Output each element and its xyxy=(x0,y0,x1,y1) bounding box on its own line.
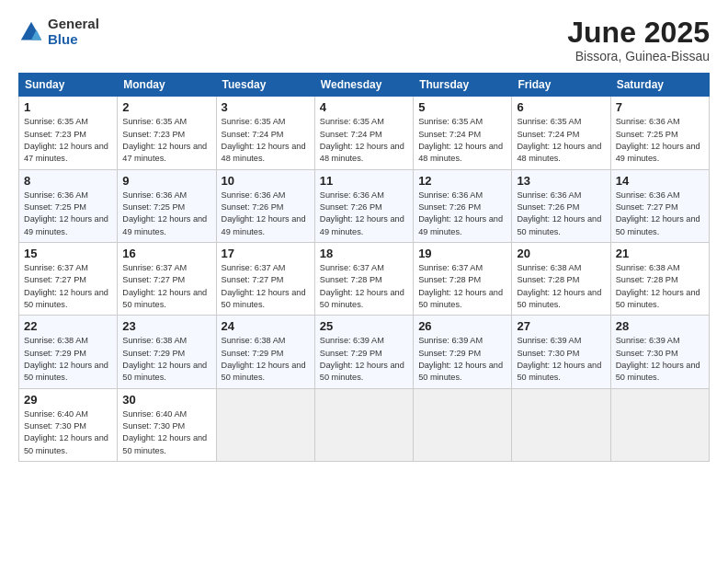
day-number: 5 xyxy=(418,100,506,114)
table-cell: 10 Sunrise: 6:36 AMSunset: 7:26 PMDaylig… xyxy=(216,169,314,242)
table-cell: 20 Sunrise: 6:38 AMSunset: 7:28 PMDaylig… xyxy=(512,242,610,315)
day-info: Sunrise: 6:36 AMSunset: 7:25 PMDaylight:… xyxy=(122,190,207,236)
header-saturday: Saturday xyxy=(610,74,709,97)
table-cell xyxy=(512,388,610,461)
day-info: Sunrise: 6:36 AMSunset: 7:26 PMDaylight:… xyxy=(222,190,306,236)
header-friday: Friday xyxy=(512,74,610,97)
day-info: Sunrise: 6:37 AMSunset: 7:28 PMDaylight:… xyxy=(418,263,503,309)
day-number: 20 xyxy=(517,247,605,260)
day-number: 13 xyxy=(517,174,605,188)
day-number: 25 xyxy=(320,319,408,333)
day-info: Sunrise: 6:39 AMSunset: 7:29 PMDaylight:… xyxy=(418,336,503,382)
table-cell: 17 Sunrise: 6:37 AMSunset: 7:27 PMDaylig… xyxy=(216,242,314,315)
day-info: Sunrise: 6:39 AMSunset: 7:30 PMDaylight:… xyxy=(616,336,700,382)
day-info: Sunrise: 6:38 AMSunset: 7:28 PMDaylight:… xyxy=(517,263,601,309)
table-cell: 6 Sunrise: 6:35 AMSunset: 7:24 PMDayligh… xyxy=(512,97,610,169)
logo-icon xyxy=(18,19,44,45)
day-info: Sunrise: 6:37 AMSunset: 7:27 PMDaylight:… xyxy=(24,263,108,309)
header-row: Sunday Monday Tuesday Wednesday Thursday… xyxy=(19,74,710,97)
day-info: Sunrise: 6:38 AMSunset: 7:29 PMDaylight:… xyxy=(24,336,108,382)
day-info: Sunrise: 6:35 AMSunset: 7:24 PMDaylight:… xyxy=(418,117,503,163)
table-row: 1 Sunrise: 6:35 AMSunset: 7:23 PMDayligh… xyxy=(19,97,710,169)
table-cell: 13 Sunrise: 6:36 AMSunset: 7:26 PMDaylig… xyxy=(512,169,610,242)
logo: General Blue xyxy=(18,17,99,47)
day-info: Sunrise: 6:36 AMSunset: 7:25 PMDaylight:… xyxy=(24,190,108,236)
header: General Blue June 2025 Bissora, Guinea-B… xyxy=(18,17,710,63)
logo-blue-text: Blue xyxy=(48,32,99,48)
day-number: 27 xyxy=(517,319,605,333)
day-number: 15 xyxy=(24,247,112,260)
table-cell: 22 Sunrise: 6:38 AMSunset: 7:29 PMDaylig… xyxy=(19,316,118,388)
day-info: Sunrise: 6:37 AMSunset: 7:27 PMDaylight:… xyxy=(222,263,306,309)
header-wednesday: Wednesday xyxy=(314,74,413,97)
day-number: 7 xyxy=(616,100,704,114)
day-info: Sunrise: 6:36 AMSunset: 7:26 PMDaylight:… xyxy=(418,190,503,236)
day-number: 17 xyxy=(222,247,310,260)
day-info: Sunrise: 6:39 AMSunset: 7:30 PMDaylight:… xyxy=(517,336,601,382)
day-info: Sunrise: 6:38 AMSunset: 7:29 PMDaylight:… xyxy=(222,336,306,382)
table-cell: 24 Sunrise: 6:38 AMSunset: 7:29 PMDaylig… xyxy=(216,316,314,388)
day-info: Sunrise: 6:39 AMSunset: 7:29 PMDaylight:… xyxy=(320,336,404,382)
calendar-table: Sunday Monday Tuesday Wednesday Thursday… xyxy=(18,73,710,462)
day-number: 19 xyxy=(418,247,506,260)
day-number: 6 xyxy=(517,100,605,114)
page: General Blue June 2025 Bissora, Guinea-B… xyxy=(0,0,728,563)
day-number: 9 xyxy=(122,174,210,188)
table-cell xyxy=(314,388,413,461)
day-info: Sunrise: 6:37 AMSunset: 7:28 PMDaylight:… xyxy=(320,263,404,309)
day-number: 24 xyxy=(222,319,310,333)
day-number: 2 xyxy=(122,100,210,114)
day-number: 29 xyxy=(24,393,112,407)
day-info: Sunrise: 6:36 AMSunset: 7:27 PMDaylight:… xyxy=(616,190,700,236)
table-cell: 25 Sunrise: 6:39 AMSunset: 7:29 PMDaylig… xyxy=(314,316,413,388)
day-info: Sunrise: 6:38 AMSunset: 7:28 PMDaylight:… xyxy=(616,263,700,309)
day-info: Sunrise: 6:35 AMSunset: 7:24 PMDaylight:… xyxy=(222,117,306,163)
day-number: 1 xyxy=(24,100,112,114)
day-number: 22 xyxy=(24,319,112,333)
month-title: June 2025 xyxy=(567,17,710,49)
table-row: 29 Sunrise: 6:40 AMSunset: 7:30 PMDaylig… xyxy=(19,388,710,461)
day-number: 12 xyxy=(418,174,506,188)
header-tuesday: Tuesday xyxy=(216,74,314,97)
table-cell: 12 Sunrise: 6:36 AMSunset: 7:26 PMDaylig… xyxy=(414,169,512,242)
day-number: 28 xyxy=(616,319,704,333)
day-number: 11 xyxy=(320,174,408,188)
day-number: 14 xyxy=(616,174,704,188)
table-cell: 28 Sunrise: 6:39 AMSunset: 7:30 PMDaylig… xyxy=(610,316,709,388)
table-row: 8 Sunrise: 6:36 AMSunset: 7:25 PMDayligh… xyxy=(19,169,710,242)
header-thursday: Thursday xyxy=(414,74,512,97)
day-info: Sunrise: 6:38 AMSunset: 7:29 PMDaylight:… xyxy=(122,336,207,382)
day-info: Sunrise: 6:40 AMSunset: 7:30 PMDaylight:… xyxy=(24,409,108,455)
day-number: 18 xyxy=(320,247,408,260)
day-info: Sunrise: 6:37 AMSunset: 7:27 PMDaylight:… xyxy=(122,263,207,309)
table-cell: 9 Sunrise: 6:36 AMSunset: 7:25 PMDayligh… xyxy=(118,169,216,242)
header-sunday: Sunday xyxy=(19,74,118,97)
day-info: Sunrise: 6:35 AMSunset: 7:23 PMDaylight:… xyxy=(24,117,108,163)
table-cell: 4 Sunrise: 6:35 AMSunset: 7:24 PMDayligh… xyxy=(314,97,413,169)
table-cell: 21 Sunrise: 6:38 AMSunset: 7:28 PMDaylig… xyxy=(610,242,709,315)
table-cell: 11 Sunrise: 6:36 AMSunset: 7:26 PMDaylig… xyxy=(314,169,413,242)
day-info: Sunrise: 6:35 AMSunset: 7:23 PMDaylight:… xyxy=(122,117,207,163)
day-number: 3 xyxy=(222,100,310,114)
table-cell xyxy=(414,388,512,461)
table-cell: 5 Sunrise: 6:35 AMSunset: 7:24 PMDayligh… xyxy=(414,97,512,169)
day-number: 23 xyxy=(122,319,210,333)
logo-general-text: General xyxy=(48,17,99,32)
table-cell xyxy=(216,388,314,461)
day-info: Sunrise: 6:36 AMSunset: 7:25 PMDaylight:… xyxy=(616,117,700,163)
day-info: Sunrise: 6:36 AMSunset: 7:26 PMDaylight:… xyxy=(517,190,601,236)
table-cell: 8 Sunrise: 6:36 AMSunset: 7:25 PMDayligh… xyxy=(19,169,118,242)
location-subtitle: Bissora, Guinea-Bissau xyxy=(567,49,710,63)
day-number: 10 xyxy=(222,174,310,188)
table-cell: 29 Sunrise: 6:40 AMSunset: 7:30 PMDaylig… xyxy=(19,388,118,461)
day-info: Sunrise: 6:40 AMSunset: 7:30 PMDaylight:… xyxy=(122,409,207,455)
day-number: 4 xyxy=(320,100,408,114)
day-number: 30 xyxy=(122,393,210,407)
table-cell: 27 Sunrise: 6:39 AMSunset: 7:30 PMDaylig… xyxy=(512,316,610,388)
table-row: 22 Sunrise: 6:38 AMSunset: 7:29 PMDaylig… xyxy=(19,316,710,388)
title-area: June 2025 Bissora, Guinea-Bissau xyxy=(567,17,710,63)
table-cell: 23 Sunrise: 6:38 AMSunset: 7:29 PMDaylig… xyxy=(118,316,216,388)
table-cell xyxy=(610,388,709,461)
day-info: Sunrise: 6:35 AMSunset: 7:24 PMDaylight:… xyxy=(320,117,404,163)
day-number: 21 xyxy=(616,247,704,260)
